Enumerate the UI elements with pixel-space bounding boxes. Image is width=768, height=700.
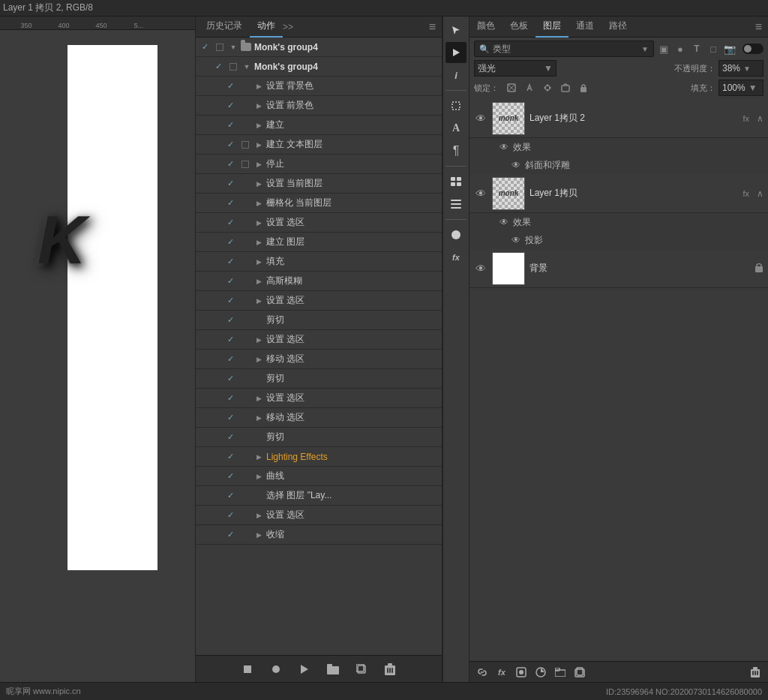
action-item-17[interactable]: ✓ ▶ 移动 选区	[196, 408, 442, 428]
record-button[interactable]	[268, 661, 284, 677]
tab-layers[interactable]: 图层	[536, 17, 568, 38]
expand-17[interactable]: ▶	[253, 414, 265, 422]
expand-1[interactable]: ▶	[253, 102, 265, 110]
expand-0[interactable]: ▶	[253, 83, 265, 90]
play-button[interactable]	[296, 661, 313, 677]
lock-artboard-btn[interactable]	[559, 81, 572, 95]
layer-item-1[interactable]: 👁 monk Layer 1拷贝 fx ∧	[470, 174, 768, 213]
effect-eye-1-effects[interactable]: 👁	[500, 217, 508, 227]
layer-item-0[interactable]: 👁 monk Layer 1拷贝 2 fx ∧	[470, 99, 768, 138]
action-item-0[interactable]: ✓ ▶ 设置 背景色	[196, 77, 442, 96]
action-item-11[interactable]: ✓ ▶ 设置 选区	[196, 291, 442, 311]
add-style-btn[interactable]: fx	[494, 664, 510, 680]
lock-paint-btn[interactable]	[523, 81, 536, 95]
action-item-8[interactable]: ✓ ▶ 建立 图层	[196, 233, 442, 252]
stop-button[interactable]	[239, 661, 256, 677]
action-item-9[interactable]: ✓ ▶ 填充	[196, 252, 442, 272]
lock-transparency-btn[interactable]	[505, 81, 518, 95]
layer-fx-0[interactable]: fx	[742, 114, 749, 123]
tool-fx[interactable]: fx	[446, 247, 466, 268]
expand-5[interactable]: ▶	[253, 180, 265, 188]
action-item-19[interactable]: ✓ ▶ 曲线	[196, 467, 442, 486]
expand-11[interactable]: ▶	[253, 297, 265, 305]
expand-3[interactable]: ▶	[253, 141, 265, 149]
filter-type-icon[interactable]: T	[690, 44, 704, 54]
effect-eye-0-bevel[interactable]: 👁	[512, 160, 520, 170]
action-item-4[interactable]: ✓ ▶ 停止	[196, 155, 442, 174]
expand-8[interactable]: ▶	[253, 239, 265, 246]
tool-info[interactable]: i	[446, 65, 466, 86]
tab-history[interactable]: 历史记录	[199, 17, 250, 38]
layer-expand-0[interactable]: ∧	[757, 113, 764, 124]
expand-19[interactable]: ▶	[253, 473, 265, 480]
layer-fx-1[interactable]: fx	[742, 189, 749, 198]
action-item-21[interactable]: ✓ ▶ 设置 选区	[196, 506, 442, 525]
action-subgroup[interactable]: ✓ ▼ Monk's group4	[196, 57, 442, 77]
action-item-20[interactable]: ✓ 选择 图层 "Lay...	[196, 486, 442, 506]
tool-grid[interactable]	[446, 171, 466, 192]
add-group-btn[interactable]	[552, 664, 568, 680]
expand-14[interactable]: ▶	[253, 356, 265, 363]
filter-pixel-icon[interactable]: ▣	[657, 44, 670, 55]
tab-swatches[interactable]: 色板	[502, 17, 536, 38]
tab-actions[interactable]: 动作	[250, 17, 283, 38]
tool-circle[interactable]	[446, 224, 466, 245]
layer-expand-1[interactable]: ∧	[757, 188, 764, 199]
add-layer-btn[interactable]	[572, 664, 588, 680]
tool-list[interactable]	[446, 194, 466, 215]
tool-paragraph[interactable]: ¶	[446, 140, 466, 161]
tool-marquee[interactable]	[446, 95, 466, 116]
new-folder-button[interactable]	[325, 661, 341, 677]
layers-list[interactable]: 👁 monk Layer 1拷贝 2 fx ∧ 👁 效果 👁 斜面和浮雕	[470, 99, 768, 661]
action-item-12[interactable]: ✓ 剪切	[196, 311, 442, 330]
layer-visibility-1[interactable]: 👁	[474, 188, 488, 200]
tool-play[interactable]	[446, 42, 466, 63]
layer-visibility-bg[interactable]: 👁	[474, 263, 488, 275]
expand-2[interactable]: ▶	[253, 122, 265, 129]
action-item-13[interactable]: ✓ ▶ 设置 选区	[196, 330, 442, 350]
expand-22[interactable]: ▶	[253, 531, 265, 539]
action-item-2[interactable]: ✓ ▶ 建立	[196, 116, 442, 135]
action-item-3[interactable]: ✓ ▶ 建立 文本图层	[196, 135, 442, 155]
expand-16[interactable]: ▶	[253, 395, 265, 402]
action-item-5[interactable]: ✓ ▶ 设置 当前图层	[196, 174, 442, 194]
expand-21[interactable]: ▶	[253, 512, 265, 519]
lock-all-btn[interactable]	[577, 81, 590, 95]
opacity-input[interactable]: 38% ▼	[718, 60, 764, 77]
tab-channels[interactable]: 通道	[568, 17, 602, 38]
layers-search-box[interactable]: 🔍 类型 ▼	[474, 41, 654, 57]
expand-7[interactable]: ▶	[253, 219, 265, 227]
add-mask-btn[interactable]	[513, 664, 530, 680]
tool-arrow[interactable]	[446, 20, 466, 41]
link-layers-btn[interactable]	[474, 664, 490, 680]
fill-input[interactable]: 100% ▼	[718, 80, 764, 96]
action-expand-g1[interactable]: ▼	[227, 44, 239, 51]
add-adjustment-btn[interactable]	[532, 664, 549, 680]
action-group-top[interactable]: ✓ ▼ Monk's group4	[196, 38, 442, 57]
panel-menu-button[interactable]: ≡	[426, 20, 439, 34]
action-item-16[interactable]: ✓ ▶ 设置 选区	[196, 389, 442, 408]
lock-move-btn[interactable]	[541, 81, 554, 95]
delete-layer-btn[interactable]	[747, 664, 764, 680]
action-item-7[interactable]: ✓ ▶ 设置 选区	[196, 213, 442, 233]
filter-adjust-icon[interactable]: ●	[674, 44, 687, 55]
layer-visibility-0[interactable]: 👁	[474, 113, 488, 125]
delete-button[interactable]	[382, 661, 398, 677]
duplicate-button[interactable]	[353, 661, 370, 677]
expand-9[interactable]: ▶	[253, 258, 265, 266]
tool-text[interactable]: A	[446, 118, 466, 139]
tab-color[interactable]: 颜色	[470, 17, 502, 38]
layers-panel-menu[interactable]: ≡	[749, 20, 768, 34]
expand-10[interactable]: ▶	[253, 278, 265, 285]
action-expand-sg[interactable]: ▼	[241, 63, 253, 71]
actions-list[interactable]: ✓ ▼ Monk's group4 ✓ ▼ Monk's group4	[196, 38, 442, 655]
action-item-22[interactable]: ✓ ▶ 收缩	[196, 525, 442, 545]
expand-4[interactable]: ▶	[253, 161, 265, 168]
layer-item-bg[interactable]: 👁 背景	[470, 249, 768, 288]
action-item-6[interactable]: ✓ ▶ 栅格化 当前图层	[196, 194, 442, 213]
action-item-10[interactable]: ✓ ▶ 高斯模糊	[196, 272, 442, 291]
expand-lighting[interactable]: ▶	[253, 453, 265, 461]
effect-eye-1-shadow[interactable]: 👁	[512, 235, 520, 245]
action-item-lighting[interactable]: ✓ ▶ Lighting Effects	[196, 447, 442, 467]
action-item-15[interactable]: ✓ 剪切	[196, 369, 442, 389]
